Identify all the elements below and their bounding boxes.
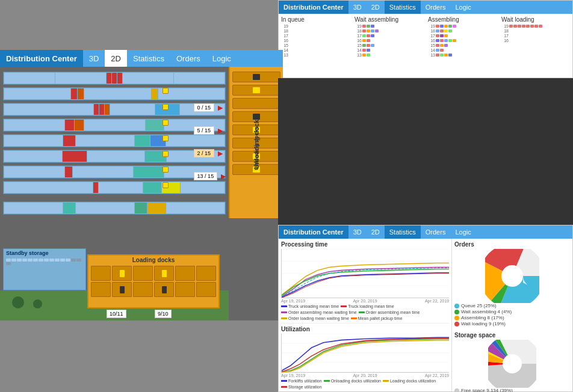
util-legend-1: Forklifts utilization <box>281 379 322 383</box>
queue-row: 14 <box>281 48 350 52</box>
legend-line <box>281 386 287 388</box>
forklift-icon <box>163 104 169 110</box>
shelf-row-9 <box>3 201 226 215</box>
standby-cell <box>6 262 11 265</box>
nav-3d-bottom[interactable]: 3D <box>348 225 367 239</box>
queue-row: 18 <box>501 29 570 33</box>
nav-statistics-main[interactable]: Statistics <box>127 50 170 67</box>
orders-dot-1 <box>454 304 459 308</box>
orders-pie <box>454 249 570 303</box>
queue-block <box>509 25 513 28</box>
x-label-3: Apr 22, 2019 <box>425 299 449 303</box>
shelf-unit-teal <box>134 167 164 177</box>
top-right-nav-title[interactable]: Distribution Center <box>279 1 348 14</box>
x-label-1: Apr 19, 2019 <box>281 299 305 303</box>
dock-arrow-2: ► <box>216 126 225 135</box>
legend-label-3: Order assembling mean waiting time <box>288 310 357 314</box>
main-panel: Distribution Center 3D 2D Statistics Ord… <box>0 50 283 320</box>
queue-block <box>440 34 444 37</box>
shelf-unit <box>87 151 145 162</box>
nav-orders-top[interactable]: Orders <box>421 1 451 14</box>
main-nav-title[interactable]: Distribution Center <box>0 50 83 67</box>
queue-block <box>530 25 534 28</box>
queue-block <box>440 29 444 32</box>
shelf-unit <box>174 73 225 84</box>
dock-value-3: 2 / 15 <box>194 149 215 158</box>
nav-statistics-top[interactable]: Statistics <box>385 1 421 14</box>
shelf-unit-red <box>112 73 117 84</box>
queue-row: 19 <box>428 24 497 28</box>
util-legend-3: Loading docks utilization <box>383 379 436 383</box>
nav-2d-main[interactable]: 2D <box>105 50 127 67</box>
bottom-right-panel: Distribution Center 3D 2D Statistics Ord… <box>278 225 573 392</box>
tree-icon <box>33 299 42 308</box>
queue-block <box>448 39 452 42</box>
queue-block <box>367 49 370 52</box>
nav-logic-top[interactable]: Logic <box>450 1 475 14</box>
x-label-2: Apr 20, 2019 <box>353 373 377 378</box>
storage-legend: Free space 9,134 (39%) 135 (2%) 215 (4%)… <box>454 388 570 392</box>
utilization-chart <box>281 334 449 373</box>
x-label-1: Apr 19, 2019 <box>281 373 305 378</box>
storage-legend-item-1: Free space 9,134 (39%) <box>454 388 570 392</box>
nav-3d-top[interactable]: 3D <box>348 1 367 14</box>
nav-statistics-bottom[interactable]: Statistics <box>385 225 421 239</box>
queue-row: 18 <box>428 29 497 33</box>
queue-block <box>362 39 366 42</box>
rest-slice <box>491 254 534 298</box>
standby-cell <box>60 259 65 262</box>
storage-title: Storage space <box>454 332 570 338</box>
dock-indicator-4: 13 / 15 ► <box>194 171 228 181</box>
legend-line <box>341 305 347 307</box>
legend-label-2: Truck loading mean time <box>348 304 394 308</box>
queue-block <box>436 44 439 47</box>
charts-area: Processing time <box>279 239 452 391</box>
queue-row: 16 <box>428 38 497 43</box>
queue-row: 16 <box>501 38 570 43</box>
processing-time-section: Processing time <box>281 241 449 320</box>
pie-charts-area: Orders <box>452 239 572 391</box>
wait-assembling-title: Wait assembling <box>355 16 423 23</box>
standby-cell <box>22 259 27 262</box>
orders-legend-item-4: Wait loading 9 (19%) <box>454 321 570 326</box>
queue-block <box>440 49 444 52</box>
nav-2d-top[interactable]: 2D <box>367 1 385 14</box>
orders-label-3: Assembling 8 (17%) <box>461 315 504 320</box>
bottom-right-nav: Distribution Center 3D 2D Statistics Ord… <box>279 225 572 239</box>
queue-row: 13 <box>428 53 497 57</box>
nav-orders-bottom[interactable]: Orders <box>421 225 451 239</box>
loading-slot <box>91 282 111 297</box>
queue-block <box>362 44 366 47</box>
standby-cell <box>17 259 22 262</box>
loading-slot <box>196 282 216 297</box>
queue-block <box>367 54 370 57</box>
top-right-panel: Distribution Center 3D 2D Statistics Ord… <box>278 0 573 78</box>
nav-3d-main[interactable]: 3D <box>83 50 105 67</box>
standby-grid <box>4 257 85 266</box>
orders-pie-section: Orders <box>454 241 570 327</box>
bottom-right-nav-title[interactable]: Distribution Center <box>279 225 348 239</box>
orders-legend-item-3: Assembling 8 (17%) <box>454 315 570 320</box>
nav-logic-bottom[interactable]: Logic <box>450 225 475 239</box>
processing-time-title: Processing time <box>281 241 449 248</box>
shelf-unit <box>76 203 134 213</box>
nav-orders-main[interactable]: Orders <box>170 50 206 67</box>
legend-item-4: Order assembling mean time <box>359 310 420 314</box>
nav-logic-main[interactable]: Logic <box>206 50 237 67</box>
legend-line <box>324 380 330 382</box>
wait-loading-rows: 19 18 17 16 <box>501 24 570 43</box>
queue-block <box>371 29 374 32</box>
legend-label-1: Truck unloading mean time <box>288 304 339 308</box>
orders-dot-3 <box>454 316 459 320</box>
queue-block <box>534 25 538 28</box>
queue-row: 13 <box>355 53 423 57</box>
dock-arrow-1: ► <box>216 103 225 112</box>
nav-2d-bottom[interactable]: 2D <box>367 225 385 239</box>
storage-pie-section: Storage space <box>454 332 570 392</box>
dock-indicator-1: 0 / 15 ► <box>194 103 228 112</box>
unloading-docks: Unloading docks <box>229 67 283 218</box>
wait-loading-title: Wait loading <box>501 16 570 23</box>
shelf-row-5 <box>3 134 226 147</box>
util-label-4: Storage utilization <box>288 385 322 389</box>
storage-dot-1 <box>454 388 459 393</box>
